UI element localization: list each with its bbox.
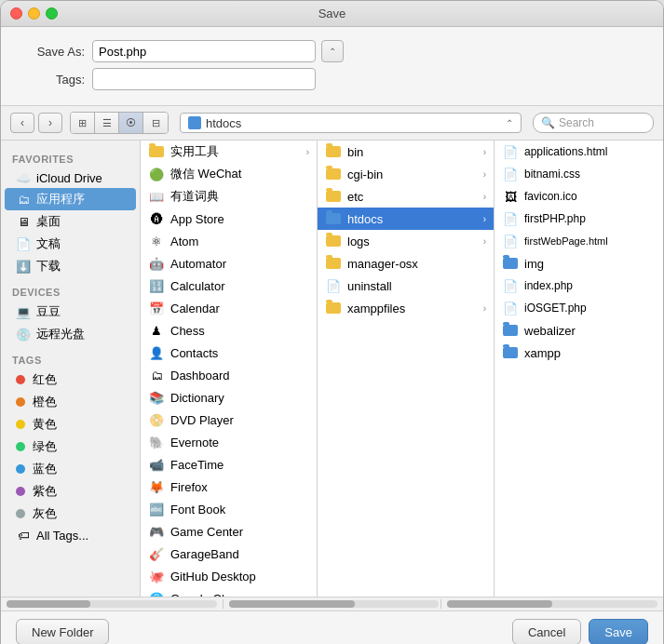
list-item[interactable]: 📄 firstWebPage.html <box>495 230 663 252</box>
file-label: img <box>524 257 656 271</box>
list-item[interactable]: xampp <box>495 342 663 364</box>
column-view-button[interactable]: ⦿ <box>119 113 143 133</box>
list-item[interactable]: 📄 firstPHP.php <box>495 208 663 230</box>
search-box[interactable]: 🔍 Search <box>533 113 654 133</box>
save-dialog: Save Save As: ⌃ Tags: ‹ › ⊞ ☰ ⦿ ⊟ htdocs… <box>0 0 664 644</box>
list-item[interactable]: 🎮 Game Center <box>141 520 317 543</box>
chevron-right-icon: › <box>483 214 486 224</box>
file-label: xamppfiles <box>347 302 483 315</box>
app-icon: ♟ <box>148 322 165 339</box>
scrollbar-thumb-2[interactable] <box>229 600 355 608</box>
back-button[interactable]: ‹ <box>10 113 34 133</box>
list-item[interactable]: etc › <box>318 185 494 208</box>
css-icon: 📄 <box>502 166 519 182</box>
list-item[interactable]: 📹 FaceTime <box>141 453 317 476</box>
list-item[interactable]: manager-osx <box>318 252 494 275</box>
list-item[interactable]: cgi-bin › <box>318 163 494 185</box>
list-item[interactable]: 👤 Contacts <box>141 342 317 364</box>
gallery-view-button[interactable]: ⊟ <box>143 113 168 133</box>
tags-section: Tags 红色 橙色 黄色 绿色 <box>1 349 140 545</box>
sidebar-item-doudou[interactable]: 💻 豆豆 <box>5 301 136 323</box>
scrollbar-track-1[interactable] <box>7 600 217 608</box>
sidebar-item-blue[interactable]: 蓝色 <box>5 458 136 480</box>
scrollbar-thumb-1[interactable] <box>7 600 90 608</box>
list-item[interactable]: bin › <box>318 141 494 163</box>
list-item[interactable]: 🐘 Evernote <box>141 431 317 453</box>
minimize-button[interactable] <box>28 7 40 20</box>
sidebar-item-yellow[interactable]: 黄色 <box>5 413 136 436</box>
list-item[interactable]: 📀 DVD Player <box>141 409 317 431</box>
save-button[interactable]: Save <box>589 619 648 644</box>
list-item[interactable]: 📄 index.php <box>495 275 663 297</box>
maximize-button[interactable] <box>46 7 58 20</box>
forward-button[interactable]: › <box>38 113 62 133</box>
apps-pane: 实用工具 › 🟢 微信 WeChat 📖 有道词典 🅐 App Store ⚛ … <box>141 141 318 597</box>
list-item[interactable]: 实用工具 › <box>141 141 317 163</box>
close-button[interactable] <box>10 7 22 20</box>
list-item[interactable]: 📄 bitnami.css <box>495 163 663 185</box>
list-item[interactable]: 🤖 Automator <box>141 252 317 275</box>
file-label: GitHub Desktop <box>170 570 309 584</box>
scrollbar-track-2[interactable] <box>229 600 440 608</box>
file-label: Firefox <box>170 480 309 494</box>
chevron-right-icon: › <box>483 192 486 202</box>
scrollbar-track-3[interactable] <box>447 600 657 608</box>
app-icon: 🤖 <box>148 255 165 272</box>
filename-input[interactable] <box>92 40 316 62</box>
list-item[interactable]: 🎸 GarageBand <box>141 543 317 565</box>
list-item[interactable]: 📖 有道词典 <box>141 185 317 208</box>
list-item[interactable]: img <box>495 252 663 275</box>
list-item[interactable]: 🗂 Dashboard <box>141 364 317 386</box>
sidebar-item-green[interactable]: 绿色 <box>5 436 136 458</box>
cancel-button[interactable]: Cancel <box>512 619 581 644</box>
scrollbar-thumb-3[interactable] <box>447 600 552 608</box>
list-view-button[interactable]: ☰ <box>95 113 119 133</box>
sidebar-item-desktop[interactable]: 🖥 桌面 <box>5 210 136 233</box>
list-item-htdocs[interactable]: htdocs › <box>318 208 494 230</box>
new-folder-button[interactable]: New Folder <box>16 619 109 644</box>
list-item[interactable]: ♟ Chess <box>141 319 317 342</box>
file-label: Automator <box>170 257 309 271</box>
list-item[interactable]: 🅐 App Store <box>141 208 317 230</box>
list-item[interactable]: xamppfiles › <box>318 297 494 319</box>
file-label: Dashboard <box>170 369 309 382</box>
list-item[interactable]: 📅 Calendar <box>141 297 317 319</box>
app-icon: 🎮 <box>148 523 165 540</box>
list-item[interactable]: 📚 Dictionary <box>141 386 317 409</box>
app-icon: 🅐 <box>148 210 165 227</box>
sidebar-item-apps[interactable]: 🗂 应用程序 <box>5 188 136 210</box>
sidebar-item-purple[interactable]: 紫色 <box>5 480 136 503</box>
tags-row: Tags: <box>20 68 644 90</box>
list-item[interactable]: 🔤 Font Book <box>141 498 317 520</box>
list-item[interactable]: ⚛ Atom <box>141 230 317 252</box>
save-form: Save As: ⌃ Tags: <box>1 27 663 106</box>
sidebar-item-gray[interactable]: 灰色 <box>5 503 136 525</box>
list-item[interactable]: 🦊 Firefox <box>141 476 317 498</box>
html-icon: 📄 <box>502 233 519 249</box>
list-item[interactable]: 📄 uninstall <box>318 275 494 297</box>
location-bar[interactable]: htdocs ⌃ <box>180 113 522 133</box>
sidebar-item-downloads[interactable]: ⬇️ 下载 <box>5 255 136 277</box>
list-item[interactable]: 📄 applications.html <box>495 141 663 163</box>
file-label: FaceTime <box>170 458 309 472</box>
list-item[interactable]: 📄 iOSGET.php <box>495 297 663 319</box>
list-item[interactable]: 🌐 Google Chrome <box>141 587 317 597</box>
sidebar-item-orange[interactable]: 橙色 <box>5 391 136 413</box>
list-item[interactable]: 🐙 GitHub Desktop <box>141 565 317 587</box>
file-label: uninstall <box>347 279 486 293</box>
list-item[interactable]: webalizer <box>495 319 663 342</box>
sidebar-item-red[interactable]: 红色 <box>5 369 136 391</box>
list-item[interactable]: logs › <box>318 230 494 252</box>
expand-button[interactable]: ⌃ <box>321 40 344 62</box>
icon-view-button[interactable]: ⊞ <box>71 113 95 133</box>
sidebar-item-documents[interactable]: 📄 文稿 <box>5 233 136 255</box>
tags-input[interactable] <box>92 68 316 90</box>
list-item[interactable]: 🟢 微信 WeChat <box>141 163 317 185</box>
app-icon: 🌐 <box>148 590 165 597</box>
file-label: App Store <box>170 212 309 226</box>
sidebar-item-remote-disc[interactable]: 💿 远程光盘 <box>5 323 136 345</box>
sidebar-item-all-tags[interactable]: 🏷 All Tags... <box>5 525 136 545</box>
list-item[interactable]: 🔢 Calculator <box>141 275 317 297</box>
list-item[interactable]: 🖼 favicon.ico <box>495 185 663 208</box>
sidebar-item-icloud[interactable]: ☁️ iCloud Drive <box>5 168 136 188</box>
